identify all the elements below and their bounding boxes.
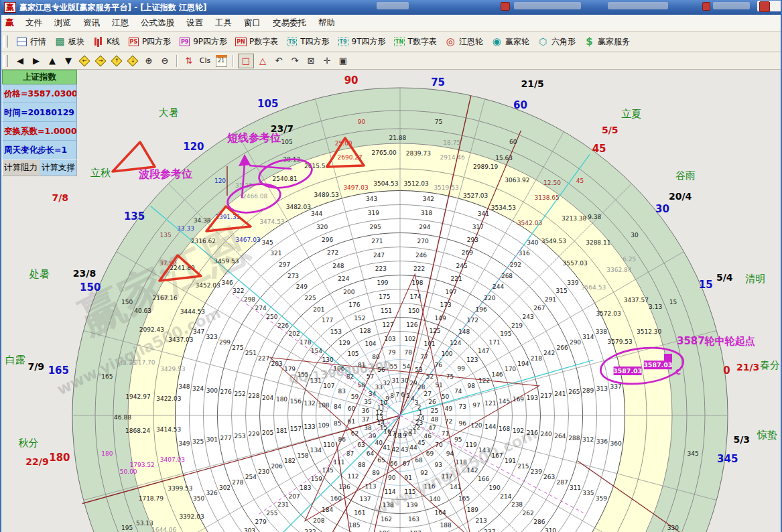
- toolbar-grip[interactable]: [3, 55, 8, 67]
- quote-row-1: 时间=20180129: [2, 103, 77, 122]
- spiral-number: 346: [222, 279, 233, 286]
- price-step74-label: 1942.97: [125, 393, 150, 400]
- menu-item-4[interactable]: 公式选股: [135, 15, 180, 29]
- diamond-down-icon[interactable]: ↓: [125, 54, 140, 68]
- degree-label: 15: [669, 299, 677, 306]
- calc-resistance-button[interactable]: 计算阻力: [2, 159, 40, 176]
- spiral-number: 44: [409, 444, 417, 451]
- spiral-number: 323: [206, 334, 218, 340]
- zoom-out-icon[interactable]: ⊖: [157, 54, 172, 68]
- spiral-number: 347: [193, 328, 204, 335]
- spiral-number: 130: [322, 356, 334, 363]
- menu-item-2[interactable]: 资讯: [77, 15, 106, 29]
- menu-item-3[interactable]: 江恩: [106, 15, 135, 29]
- spiral-number: 310: [545, 527, 556, 532]
- spiral-number: 278: [232, 479, 243, 486]
- pan-right-icon[interactable]: ▶: [29, 54, 44, 68]
- toolbar-button-K线[interactable]: K线: [88, 35, 124, 49]
- center-move-icon[interactable]: ✛: [320, 54, 334, 68]
- rim-label: 秋分: [19, 437, 39, 449]
- spiral-number: 74: [454, 388, 462, 395]
- spiral-number: 214: [500, 493, 511, 500]
- triangle-tool-icon[interactable]: △: [255, 54, 270, 68]
- spiral-number: 183: [300, 484, 311, 491]
- menu-item-9[interactable]: 帮助: [312, 15, 341, 29]
- quote-panel: 上证指数 价格=3587.0300时间=20180129变换系数=1.00000…: [2, 70, 77, 176]
- calendar-icon[interactable]: 21: [214, 54, 229, 68]
- app-logo-icon: 赢: [4, 2, 16, 13]
- toolbar-label: P数字表: [249, 36, 278, 48]
- spiral-number: 127: [383, 322, 394, 328]
- price-step74-label: 2092.43: [139, 326, 164, 333]
- toolbar-button-T数字表[interactable]: TNT数字表: [390, 35, 441, 49]
- toolbar-grip[interactable]: [3, 36, 8, 48]
- menu-item-6[interactable]: 工具: [209, 15, 238, 29]
- price-step74-label: 3437.57: [624, 297, 649, 304]
- spiral-number: 263: [543, 474, 555, 480]
- price-step7-label: 3572.03: [596, 310, 621, 317]
- menu-item-5[interactable]: 设置: [180, 15, 209, 29]
- toolbar-button-江恩轮[interactable]: ◎江恩轮: [441, 35, 487, 49]
- menu-item-1[interactable]: 浏览: [48, 15, 77, 29]
- pan-up-icon[interactable]: ▲: [45, 54, 60, 68]
- diamond-right-icon[interactable]: →: [93, 54, 108, 68]
- spiral-number: 54: [403, 363, 411, 370]
- spiral-number: 219: [511, 322, 523, 329]
- spiral-number: 230: [258, 468, 269, 475]
- magenta-text-annotation: 3587轮中轮起点: [677, 335, 755, 347]
- screen-icon[interactable]: ▣: [336, 54, 350, 68]
- toolbar-button-T四方形[interactable]: TST四方形: [282, 35, 333, 49]
- spiral-number: 43: [401, 446, 408, 453]
- background-window-fragment: [608, 2, 668, 9]
- spiral-number: 121: [484, 400, 496, 407]
- toolbar-button-行情[interactable]: 行情: [12, 35, 50, 49]
- spiral-number: 232: [305, 529, 316, 532]
- spiral-number: 221: [451, 275, 462, 282]
- calc-support-button[interactable]: 计算支撑: [40, 159, 77, 176]
- toolbar-label: 9P四方形: [193, 36, 227, 48]
- menu-item-7[interactable]: 窗口: [238, 15, 267, 29]
- spiral-number: 151: [381, 308, 392, 314]
- toolbar-button-赢家轮[interactable]: ◉赢家轮: [487, 35, 533, 49]
- zoom-in-icon[interactable]: ⊕: [141, 54, 156, 68]
- spiral-number: 30: [401, 377, 409, 384]
- diamond-up-icon[interactable]: ↑: [109, 54, 124, 68]
- rotate-ccw-icon[interactable]: ↶: [271, 54, 286, 68]
- cls-button[interactable]: Cls: [198, 54, 212, 68]
- price-step74-label: 2914.46: [440, 154, 465, 161]
- pan-down-icon[interactable]: ▼: [61, 54, 76, 68]
- rotate-cw-icon[interactable]: ↷: [287, 54, 302, 68]
- toolbar-button-板块[interactable]: ▩板块: [50, 35, 88, 49]
- price-step7-label: 3452.03: [196, 282, 220, 289]
- toolbar-button-9P四方形[interactable]: P99P四方形: [175, 35, 231, 49]
- menu-item-0[interactable]: 文件: [19, 15, 48, 29]
- spiral-number: 241: [554, 391, 566, 397]
- spiral-number: 296: [322, 237, 333, 243]
- price-step74-label: 3063.92: [505, 177, 529, 184]
- spiral-number: 161: [354, 509, 365, 516]
- menu-item-8[interactable]: 交易委托: [267, 15, 312, 29]
- spiral-number: 33: [375, 384, 383, 391]
- pan-left-icon[interactable]: ◀: [13, 54, 27, 68]
- delete-box-icon[interactable]: ⊠: [304, 54, 318, 68]
- toolbar-button-P数字表[interactable]: PNP数字表: [231, 35, 282, 49]
- spiral-number: 73: [458, 403, 466, 410]
- spiral-number: 314: [582, 334, 594, 340]
- spiral-number: 216: [527, 429, 538, 436]
- spiral-number: 50: [442, 393, 450, 400]
- gann-wheel-canvas[interactable]: 赢家江恩www.yingjia500.comwww.yingjia500.com…: [1, 0, 782, 532]
- rim-label: 大暑: [158, 107, 178, 119]
- spiral-number: 324: [192, 385, 204, 392]
- toolbar-button-9T四方形[interactable]: T99T四方形: [334, 35, 390, 49]
- updown-icon[interactable]: ⇅: [182, 54, 196, 68]
- spiral-number: 153: [330, 328, 342, 335]
- rim-label: 165: [48, 364, 69, 377]
- degree-label: 105: [281, 139, 293, 145]
- rect-tool-icon[interactable]: □: [238, 54, 254, 68]
- toolbar-button-赢家服务[interactable]: $赢家服务: [580, 35, 634, 49]
- spiral-number: 98: [467, 383, 475, 389]
- toolbar-button-六角形[interactable]: ⬡六角形: [533, 35, 580, 49]
- toolbar-button-P四方形[interactable]: PSP四方形: [124, 35, 175, 49]
- spiral-number: 225: [305, 295, 316, 302]
- diamond-left-icon[interactable]: ←: [77, 54, 92, 68]
